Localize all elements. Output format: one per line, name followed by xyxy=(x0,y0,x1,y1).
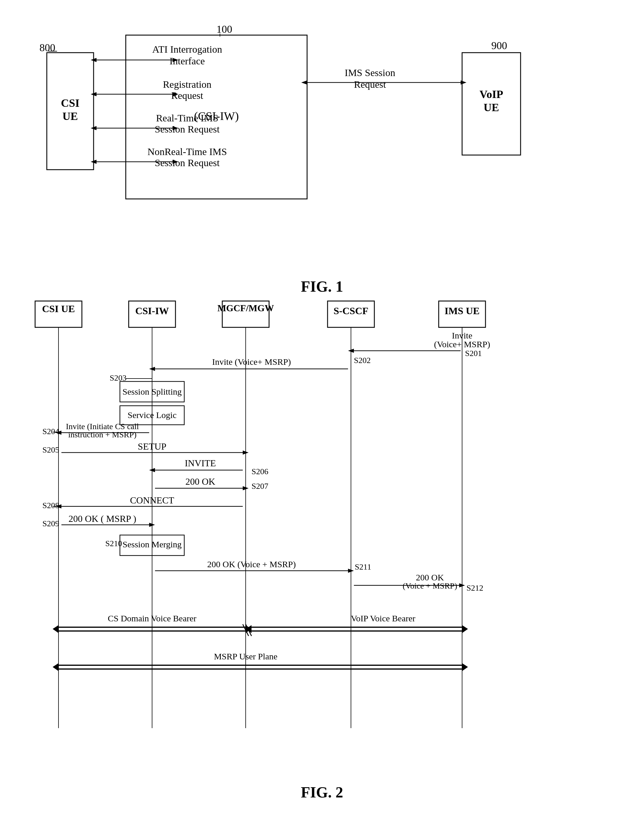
svg-text:S207: S207 xyxy=(251,482,268,491)
svg-text:S201: S201 xyxy=(465,349,482,358)
svg-text:Registration: Registration xyxy=(163,79,212,90)
svg-text:(CSI-IW): (CSI-IW) xyxy=(194,109,239,123)
fig1-diagram: CSI UE 800 100 ATI Interrogation Interfa… xyxy=(23,18,621,266)
svg-text:200 OK (Voice + MSRP): 200 OK (Voice + MSRP) xyxy=(207,559,296,569)
svg-text:CSI: CSI xyxy=(61,97,79,109)
svg-text:NonReal-Time IMS: NonReal-Time IMS xyxy=(147,146,227,157)
fig1-label: FIG. 1 xyxy=(23,278,621,295)
svg-marker-110 xyxy=(53,625,58,633)
svg-text:Session Request: Session Request xyxy=(155,157,220,168)
fig2-label: FIG. 2 xyxy=(23,784,621,801)
svg-text:CSI UE: CSI UE xyxy=(42,303,75,314)
svg-text:Service Logic: Service Logic xyxy=(127,410,176,420)
svg-text:Session Splitting: Session Splitting xyxy=(123,387,182,396)
svg-text:S210: S210 xyxy=(105,539,122,548)
svg-text:VoIP: VoIP xyxy=(480,88,503,100)
svg-text:100: 100 xyxy=(216,23,232,35)
svg-marker-36 xyxy=(301,80,307,84)
fig2-diagram: CSI UE CSI-IW MGCF/MGW S-CSCF IMS UE Inv… xyxy=(23,295,621,778)
svg-text:MSRP User Plane: MSRP User Plane xyxy=(214,651,277,661)
svg-text:S203: S203 xyxy=(110,373,127,382)
svg-text:Session Merging: Session Merging xyxy=(123,539,182,549)
svg-text:200 OK: 200 OK xyxy=(416,572,444,582)
page: CSI UE 800 100 ATI Interrogation Interfa… xyxy=(0,0,644,815)
svg-text:200 OK: 200 OK xyxy=(186,476,215,487)
svg-text:CONNECT: CONNECT xyxy=(130,495,174,505)
svg-text:ATI Interrogation: ATI Interrogation xyxy=(152,44,222,55)
svg-text:S208: S208 xyxy=(42,501,59,510)
svg-text:Session Request: Session Request xyxy=(155,124,220,135)
svg-text:S202: S202 xyxy=(354,356,371,365)
svg-marker-117 xyxy=(462,625,468,633)
svg-text:Request: Request xyxy=(354,79,386,90)
svg-text:S-CSCF: S-CSCF xyxy=(333,305,368,316)
svg-text:Invite (Voice+ MSRP): Invite (Voice+ MSRP) xyxy=(212,357,291,367)
svg-marker-122 xyxy=(53,663,58,671)
svg-text:Invite: Invite xyxy=(452,331,472,340)
svg-text:UE: UE xyxy=(63,110,78,122)
svg-text:800: 800 xyxy=(40,42,55,54)
svg-text:S205: S205 xyxy=(42,445,59,454)
svg-text:(Voice+ MSRP): (Voice+ MSRP) xyxy=(434,339,490,349)
svg-marker-123 xyxy=(462,663,468,671)
svg-text:Request: Request xyxy=(171,90,203,101)
svg-text:S212: S212 xyxy=(466,583,483,592)
svg-text:INVITE: INVITE xyxy=(185,458,216,468)
svg-text:MGCF/MGW: MGCF/MGW xyxy=(217,303,274,313)
svg-text:UE: UE xyxy=(484,101,499,114)
svg-text:VoIP Voice Bearer: VoIP Voice Bearer xyxy=(351,614,416,623)
svg-text:Invite (Initiate CS call: Invite (Initiate CS call xyxy=(66,422,139,431)
svg-marker-37 xyxy=(461,80,466,84)
svg-text:S211: S211 xyxy=(355,562,371,571)
svg-text:900: 900 xyxy=(491,40,507,52)
svg-text:IMS UE: IMS UE xyxy=(445,305,480,316)
svg-text:S206: S206 xyxy=(251,467,268,476)
svg-text:instruction + MSRP): instruction + MSRP) xyxy=(68,430,136,439)
svg-text:SETUP: SETUP xyxy=(138,441,166,452)
svg-text:200 OK ( MSRP ): 200 OK ( MSRP ) xyxy=(69,513,136,524)
svg-text:CSI-IW: CSI-IW xyxy=(135,305,169,316)
svg-text:IMS Session: IMS Session xyxy=(345,67,396,78)
svg-text:CS Domain Voice Bearer: CS Domain Voice Bearer xyxy=(107,614,196,623)
svg-text:(Voice + MSRP): (Voice + MSRP) xyxy=(403,581,457,590)
svg-text:S204: S204 xyxy=(42,427,59,436)
svg-text:S209: S209 xyxy=(42,519,59,528)
